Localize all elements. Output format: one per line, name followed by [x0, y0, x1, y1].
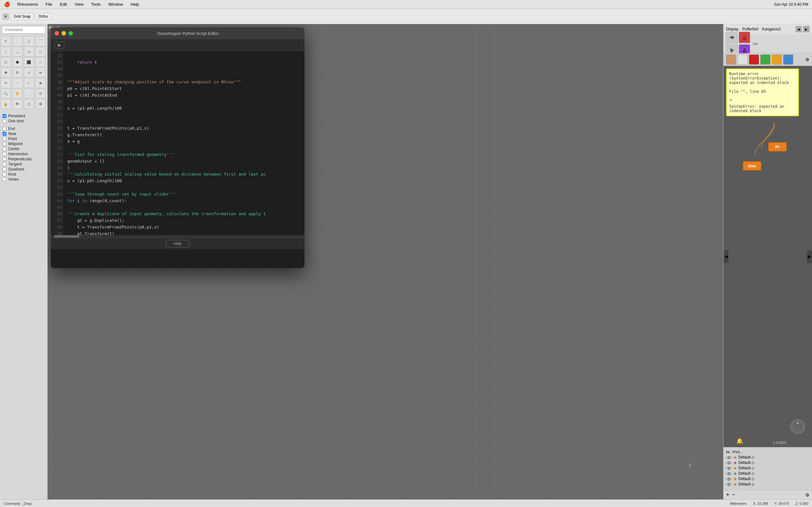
gh-panel-collapse-btn[interactable]: ◀ — [796, 26, 802, 32]
line-numbers: 4243444546474849505152535455565758596061… — [51, 51, 63, 235]
gh-param-row-4: ◁▷ ◆ Default ◇ — [726, 471, 809, 475]
tool-rotate[interactable]: ↻ — [12, 67, 22, 78]
menu-view[interactable]: View — [71, 1, 87, 7]
gh-menu-pufferfish[interactable]: Pufferfish — [742, 27, 758, 32]
tool-freeform[interactable]: ∿ — [24, 47, 34, 57]
osnap-vertex-label: Vertex — [8, 177, 19, 181]
menu-window[interactable]: Window — [105, 1, 126, 7]
gh-python-btn[interactable] — [739, 32, 750, 43]
osnap-knot-check[interactable] — [3, 172, 6, 176]
osnap-vertex-check[interactable] — [3, 177, 6, 181]
palette-red[interactable] — [749, 55, 759, 65]
gh-param-row-6: ◁▷ ◆ Default ◇ — [726, 482, 809, 487]
gh-util-btns2 — [739, 32, 750, 56]
horizontal-scrollbar[interactable] — [51, 235, 305, 238]
tool-arc[interactable]: ◡ — [12, 47, 22, 57]
help-button[interactable]: Help — [166, 240, 190, 247]
viewport-area[interactable]: Front Z — [48, 24, 723, 499]
osnap-midpoint-check[interactable] — [3, 142, 6, 146]
status-z: Z: 0.000 — [796, 502, 808, 505]
window-min-btn[interactable] — [61, 31, 66, 36]
svg-marker-1 — [729, 36, 733, 39]
tool-rect[interactable]: □ — [36, 47, 46, 57]
gh-pt-component[interactable]: Pt — [768, 142, 787, 152]
tool-lock[interactable]: 🔒 — [1, 99, 11, 109]
gh-expand-left-btn[interactable]: ◀ — [723, 250, 728, 263]
palette-orange[interactable] — [772, 55, 782, 65]
osnap-point-check[interactable] — [3, 137, 6, 141]
gh-menu-kangaroo[interactable]: Kangaroo2 — [762, 27, 781, 32]
gh-menu-display[interactable]: Display — [726, 27, 739, 32]
tool-polyline[interactable]: ⌒ — [36, 36, 46, 46]
gh-notification-btn[interactable]: 🔔 — [736, 438, 743, 445]
tool-zoom[interactable]: 🔍 — [1, 89, 11, 99]
gh-param-controls-5: ◁▷ — [726, 476, 732, 481]
menu-file[interactable]: File — [43, 1, 55, 7]
gh-param-diamond-2: ◆ — [734, 460, 737, 465]
tool-trim[interactable]: ✂ — [1, 78, 11, 88]
osnap-perpendicular: Perpendicular — [3, 157, 45, 162]
scroll-thumb[interactable] — [54, 235, 79, 238]
tool-move[interactable]: ✥ — [1, 67, 11, 78]
tool-select[interactable]: ↖ — [1, 36, 11, 46]
gh-zoom-out-btn[interactable]: − — [732, 492, 735, 498]
menu-help[interactable]: Help — [128, 1, 142, 7]
osnap-near-check[interactable] — [3, 132, 6, 135]
tool-mirror[interactable]: ⇔ — [36, 67, 46, 78]
tool-line[interactable]: ╱ — [24, 36, 34, 46]
palette-blue[interactable] — [783, 55, 793, 65]
osnap-quadrant-check[interactable] — [3, 167, 6, 171]
gh-settings-icon[interactable]: ⚙ — [805, 57, 809, 62]
menu-rhinoceros[interactable]: Rhinoceros — [14, 1, 41, 7]
gh-rotate-control[interactable] — [790, 418, 806, 435]
grid-snap-btn[interactable]: Grid Snap — [11, 13, 34, 20]
window-close-btn[interactable] — [55, 31, 59, 36]
gh-param-label-5: Default ◇ — [739, 476, 754, 481]
palette-green[interactable] — [760, 55, 770, 65]
gh-arrow-right-btn[interactable] — [726, 32, 738, 43]
tool-fillet[interactable]: ⌐ — [24, 78, 34, 88]
code-content[interactable]: return t """Adjust scale by changing pos… — [63, 51, 305, 235]
palette-tan[interactable] — [726, 55, 736, 65]
osnap-intersection-check[interactable] — [3, 152, 6, 156]
osnap-persistent-check[interactable] — [3, 114, 6, 118]
tool-scale[interactable]: ⤢ — [24, 67, 34, 78]
gh-panel-expand-btn[interactable]: ▶ — [803, 26, 809, 32]
gh-settings-btn-area: ⚙ — [805, 57, 809, 62]
menu-tools[interactable]: Tools — [88, 1, 104, 7]
apple-menu[interactable]: 🍎 — [4, 1, 10, 7]
tool-dim[interactable]: ↔ — [36, 57, 46, 67]
osnap-center-check[interactable] — [3, 147, 6, 151]
osnap-perpendicular-check[interactable] — [3, 157, 6, 161]
tool-pan[interactable]: ✋ — [12, 89, 22, 99]
tool-circle[interactable]: ○ — [1, 47, 11, 57]
tool-view3d[interactable]: ⬜ — [24, 89, 34, 99]
tool-mesh[interactable]: ⬛ — [24, 57, 34, 67]
osnap-near: Near — [3, 131, 45, 136]
command-input[interactable] — [2, 26, 45, 34]
ortho-btn[interactable]: Ortho — [36, 13, 51, 20]
gh-expand-right-btn[interactable]: ▶ — [807, 250, 812, 263]
tool-settings[interactable]: ⚙ — [36, 99, 46, 109]
osnap-tangent-check[interactable] — [3, 162, 6, 166]
menu-edit[interactable]: Edit — [57, 1, 70, 7]
palette-gray[interactable] — [738, 55, 748, 65]
osnap-tangent-label: Tangent — [8, 162, 22, 166]
osnap-end-check[interactable] — [3, 127, 6, 130]
tool-group[interactable]: ◻ — [24, 99, 34, 109]
tool-extend[interactable]: → — [12, 78, 22, 88]
tool-solid[interactable]: ⬢ — [12, 57, 22, 67]
tool-hide[interactable]: 👁 — [12, 99, 22, 109]
sidebar-toggle-btn[interactable]: ≡ — [3, 13, 9, 20]
window-max-btn[interactable] — [68, 31, 73, 36]
tool-boolean[interactable]: ⊕ — [36, 78, 46, 88]
run-button[interactable]: ▶ — [55, 42, 64, 49]
tool-surface[interactable]: ⬡ — [1, 57, 11, 67]
osnap-oneshot-check[interactable] — [3, 119, 6, 123]
tool-point[interactable]: · — [12, 36, 22, 46]
tool-snap[interactable]: ⊙ — [36, 89, 46, 99]
gh-zoom-in-btn[interactable]: + — [726, 492, 729, 498]
gh-canvas-area[interactable]: ◀ ▶ Runtime error (SyntaxErrorException)… — [723, 66, 812, 447]
gh-settings-gear-btn[interactable]: ⚙ — [805, 493, 809, 498]
gh-geo-component[interactable]: Geo — [743, 161, 762, 171]
